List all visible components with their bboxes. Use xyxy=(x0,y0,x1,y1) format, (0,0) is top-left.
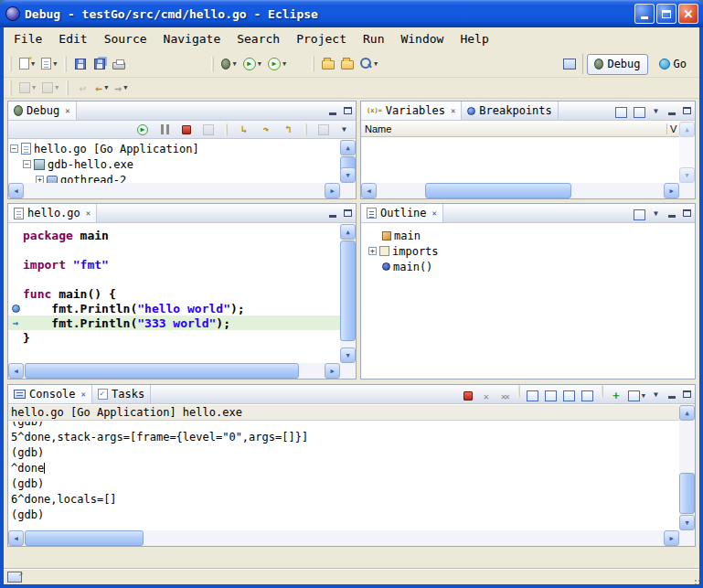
open-console-button[interactable]: ▼ xyxy=(625,385,648,407)
scroll-up-button[interactable]: ▲ xyxy=(340,140,356,155)
save-button[interactable] xyxy=(71,53,90,75)
next-annotation-button[interactable]: ▼ xyxy=(16,77,38,99)
dropdown-arrow-icon[interactable]: ▼ xyxy=(55,84,59,91)
terminate-button[interactable] xyxy=(459,385,477,407)
tab-variables[interactable]: (x)= Variables ✕ xyxy=(361,102,462,120)
view-minimize-button[interactable] xyxy=(664,385,679,403)
collapse-icon[interactable]: − xyxy=(23,160,31,168)
code-line[interactable]: package main xyxy=(8,228,340,242)
back-button[interactable]: ←▼ xyxy=(92,77,111,99)
view-maximize-button[interactable] xyxy=(679,102,695,120)
scroll-right-button[interactable]: ▶ xyxy=(325,183,340,198)
debug-tree-item[interactable]: −gdb-hello.exe xyxy=(8,156,340,172)
console-horizontal-scrollbar[interactable]: ◀ ▶ xyxy=(8,530,679,546)
dropdown-arrow-icon[interactable]: ▼ xyxy=(53,60,57,68)
open-perspective-button[interactable] xyxy=(560,53,579,75)
perspective-go-button[interactable]: Go xyxy=(652,54,694,75)
scroll-down-button[interactable]: ▼ xyxy=(340,347,356,363)
view-maximize-button[interactable] xyxy=(679,204,695,222)
external-tools-button[interactable]: ▶▼ xyxy=(265,53,289,75)
sort-button[interactable] xyxy=(630,204,648,226)
suspend-button[interactable] xyxy=(155,119,174,141)
close-button[interactable]: ✕ xyxy=(678,4,698,24)
show-console-on-output-button[interactable] xyxy=(579,385,597,407)
show-type-names-button[interactable] xyxy=(612,102,630,123)
scrollbar-thumb[interactable] xyxy=(340,241,356,341)
debug-tree-item[interactable]: −hello.go [Go Application] xyxy=(8,141,340,156)
menu-project[interactable]: Project xyxy=(288,30,355,48)
close-tab-icon[interactable]: ✕ xyxy=(65,106,69,115)
new-go-element-button[interactable]: ▼ xyxy=(38,53,59,75)
close-tab-icon[interactable]: ✕ xyxy=(432,208,437,218)
editor-body[interactable]: package mainimport "fmt"func main() { fm… xyxy=(8,224,356,379)
debug-vertical-scrollbar[interactable]: ▲ ▼ xyxy=(340,140,356,183)
minimize-button[interactable] xyxy=(634,4,655,24)
open-file-button[interactable] xyxy=(338,53,357,75)
editor-vertical-scrollbar[interactable]: ▲ ▼ xyxy=(340,224,356,363)
maximize-button[interactable] xyxy=(656,4,676,24)
dropdown-arrow-icon[interactable]: ▼ xyxy=(282,60,286,68)
close-tab-icon[interactable]: ✕ xyxy=(451,106,455,115)
last-edit-location-button[interactable]: ↩ xyxy=(73,77,91,99)
view-maximize-button[interactable] xyxy=(340,102,356,120)
dropdown-arrow-icon[interactable]: ▼ xyxy=(258,60,261,68)
view-menu-button[interactable]: ▼ xyxy=(648,204,664,222)
scroll-right-button[interactable]: ▶ xyxy=(325,363,340,379)
scroll-right-button[interactable]: ▶ xyxy=(664,530,679,546)
menu-file[interactable]: File xyxy=(5,30,50,48)
scrollbar-thumb[interactable] xyxy=(425,183,571,198)
collapse-all-button[interactable] xyxy=(630,102,648,123)
step-into-button[interactable]: ↳ xyxy=(235,119,253,141)
tab-breakpoints[interactable]: Breakpoints xyxy=(462,102,558,120)
code-line[interactable]: → fmt.Println("333 world"); xyxy=(8,315,340,330)
view-minimize-button[interactable] xyxy=(325,204,340,222)
print-button[interactable] xyxy=(110,53,128,75)
console-line[interactable]: (gdb) xyxy=(11,477,679,493)
run-button[interactable]: ▶▼ xyxy=(240,53,264,75)
resume-button[interactable]: ▶ xyxy=(133,119,152,141)
dropdown-arrow-icon[interactable]: ▼ xyxy=(123,84,127,91)
pointer-marker-icon[interactable]: → xyxy=(8,317,23,329)
disconnect-button[interactable] xyxy=(199,119,218,141)
code-line[interactable]: fmt.Println("hello world"); xyxy=(8,301,340,315)
scroll-lock-button[interactable] xyxy=(524,385,542,407)
view-minimize-button[interactable] xyxy=(664,204,679,222)
menu-navigate[interactable]: Navigate xyxy=(155,30,229,48)
menu-search[interactable]: Search xyxy=(229,30,288,48)
menu-edit[interactable]: Edit xyxy=(50,30,95,48)
view-menu-button[interactable]: ▼ xyxy=(336,125,352,134)
tab-hello-go[interactable]: hello.go ✕ xyxy=(8,204,97,222)
code-line[interactable]: func main() { xyxy=(8,286,340,301)
code-line[interactable]: import "fmt" xyxy=(8,257,340,272)
console-line[interactable]: 6^done,locals=[] xyxy=(11,493,679,508)
view-menu-button[interactable]: ▼ xyxy=(648,102,664,120)
display-selected-console-button[interactable]: + xyxy=(607,385,625,407)
scroll-up-button[interactable]: ▲ xyxy=(679,405,695,421)
close-tab-icon[interactable]: ✕ xyxy=(81,390,86,399)
view-maximize-button[interactable] xyxy=(340,204,356,222)
dropdown-arrow-icon[interactable]: ▼ xyxy=(374,60,378,68)
fast-view-icon[interactable] xyxy=(7,572,22,583)
scroll-left-button[interactable]: ◀ xyxy=(361,183,377,198)
console-vertical-scrollbar[interactable]: ▲ ▼ xyxy=(679,405,695,530)
close-tab-icon[interactable]: ✕ xyxy=(86,208,91,218)
column-name[interactable]: Name xyxy=(365,123,666,134)
collapse-icon[interactable]: − xyxy=(10,144,18,153)
view-menu-button[interactable]: ▼ xyxy=(648,385,664,403)
scroll-down-button[interactable]: ▼ xyxy=(340,167,356,183)
step-over-button[interactable]: ↷ xyxy=(257,119,275,141)
drop-to-frame-button[interactable] xyxy=(314,119,333,141)
tab-console[interactable]: Console ✕ xyxy=(8,385,92,403)
console-line[interactable]: 5^done,stack-args=[frame={level="0",args… xyxy=(11,431,679,446)
open-resource-button[interactable] xyxy=(319,53,337,75)
dropdown-arrow-icon[interactable]: ▼ xyxy=(232,60,236,68)
remove-all-terminated-button[interactable]: ✕✕ xyxy=(495,385,514,407)
remove-launch-button[interactable]: ✕ xyxy=(477,385,495,407)
pin-console-button[interactable] xyxy=(560,385,579,407)
expand-icon[interactable]: + xyxy=(36,176,44,183)
tab-outline[interactable]: Outline ✕ xyxy=(361,204,443,222)
console-line[interactable]: (gdb) xyxy=(11,508,679,524)
scroll-right-button[interactable]: ▶ xyxy=(664,183,679,198)
tab-debug[interactable]: Debug ✕ xyxy=(8,102,77,120)
scroll-left-button[interactable]: ◀ xyxy=(8,183,24,198)
